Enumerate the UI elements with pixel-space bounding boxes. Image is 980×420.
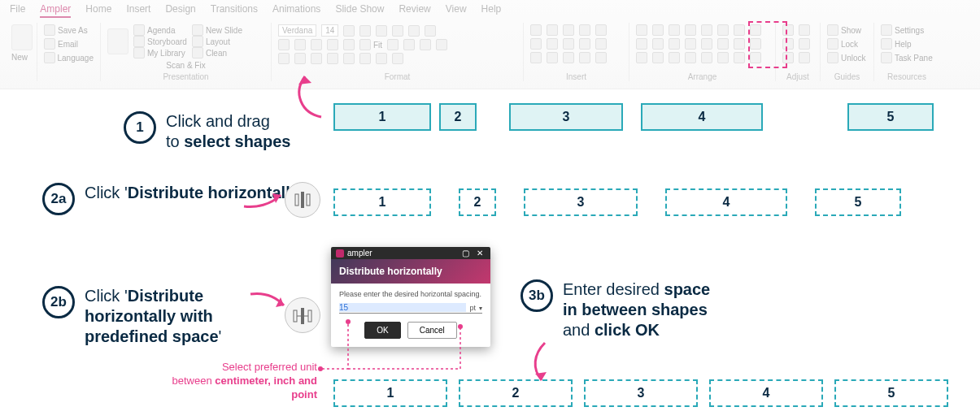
fontsize-select[interactable]: 14 [321, 24, 338, 37]
arr-2-icon[interactable] [652, 38, 664, 50]
tab-slideshow[interactable]: Slide Show [335, 3, 384, 18]
tab-transitions[interactable]: Transitions [211, 3, 258, 18]
insert-9-icon[interactable] [579, 38, 590, 50]
shape-3-1[interactable]: 1 [333, 379, 447, 407]
align-left-icon[interactable] [327, 39, 338, 50]
effects-icon[interactable] [425, 25, 436, 37]
shape-2-3[interactable]: 3 [524, 188, 638, 216]
shape-1-1[interactable]: 1 [333, 103, 431, 131]
fit-button[interactable]: Fit [359, 39, 382, 50]
paint-icon[interactable] [376, 53, 387, 64]
storyboard-button[interactable]: Storyboard [133, 36, 187, 47]
align-r-icon[interactable] [669, 24, 680, 36]
linespacing-icon[interactable] [343, 53, 355, 64]
agenda-button[interactable]: Agenda [133, 24, 187, 36]
indent-dec-icon[interactable] [311, 53, 322, 64]
insert-3-icon[interactable] [563, 24, 574, 36]
email-button[interactable]: Email [44, 38, 94, 50]
tab-insert[interactable]: Insert [126, 3, 150, 18]
shape-1-4[interactable]: 4 [641, 103, 763, 131]
align-m-icon[interactable] [701, 24, 712, 36]
tab-animations[interactable]: Animations [272, 3, 320, 18]
dialog-close-button[interactable]: ✕ [474, 249, 486, 258]
tab-home[interactable]: Home [85, 3, 111, 18]
insert-11-icon[interactable] [530, 52, 542, 63]
insert-2-icon[interactable] [547, 24, 558, 36]
insert-10-icon[interactable] [595, 38, 607, 50]
font-select[interactable]: Verdana [278, 24, 316, 37]
new-slide-icon[interactable] [11, 24, 33, 50]
adj-5-icon[interactable] [782, 52, 794, 63]
insert-12-icon[interactable] [547, 52, 558, 63]
adj-6-icon[interactable] [799, 52, 810, 63]
shape-2-1[interactable]: 1 [333, 188, 431, 216]
adj-2-icon[interactable] [799, 24, 810, 36]
shape-3-4[interactable]: 4 [709, 379, 823, 407]
sub-icon[interactable] [403, 39, 415, 50]
align-c-icon[interactable] [652, 24, 664, 36]
shape-3-2[interactable]: 2 [459, 379, 573, 407]
arr-9-icon[interactable] [669, 52, 680, 63]
align-t-icon[interactable] [685, 24, 696, 36]
tab-ampler[interactable]: Ampler [40, 3, 71, 18]
newslide-button[interactable]: New Slide [192, 24, 242, 36]
indent-inc-icon[interactable] [327, 53, 338, 64]
arr-14-icon[interactable] [750, 52, 761, 63]
dist-h-space-icon[interactable] [734, 38, 745, 50]
tab-review[interactable]: Review [399, 3, 430, 18]
insert-6-icon[interactable] [530, 38, 542, 50]
insert-4-icon[interactable] [579, 24, 590, 36]
dist-v-space-icon[interactable] [750, 38, 761, 50]
shrink-font-icon[interactable] [359, 25, 371, 37]
mylibrary-button[interactable]: My Library [133, 47, 187, 58]
lock-button[interactable]: Lock [827, 38, 867, 50]
arr-3-icon[interactable] [669, 38, 680, 50]
insert-1-icon[interactable] [530, 24, 542, 36]
shape-3-5[interactable]: 5 [834, 379, 948, 407]
adj-4-icon[interactable] [799, 38, 810, 50]
textdir-icon[interactable] [359, 53, 371, 64]
align-b-icon[interactable] [717, 24, 729, 36]
arr-8-icon[interactable] [652, 52, 664, 63]
numbering-icon[interactable] [294, 53, 306, 64]
arr-10-icon[interactable] [685, 52, 696, 63]
language-button[interactable]: Language [44, 52, 94, 63]
italic-icon[interactable] [294, 39, 306, 50]
shape-2-4[interactable]: 4 [665, 188, 787, 216]
insert-8-icon[interactable] [563, 38, 574, 50]
arr-5-icon[interactable] [701, 38, 712, 50]
grow-font-icon[interactable] [343, 25, 355, 37]
arr-11-icon[interactable] [701, 52, 712, 63]
tab-design[interactable]: Design [165, 3, 195, 18]
spacing-input[interactable] [339, 303, 466, 312]
insert-15-icon[interactable] [595, 52, 607, 63]
shape-outline-icon[interactable] [436, 39, 447, 50]
shape-2-2[interactable]: 2 [459, 188, 496, 216]
layout-button[interactable]: Layout [192, 36, 242, 47]
shape-1-3[interactable]: 3 [509, 103, 623, 131]
arr-7-icon[interactable] [636, 52, 647, 63]
unlock-button[interactable]: Unlock [827, 52, 867, 63]
tab-file[interactable]: File [10, 3, 25, 18]
taskpane-button[interactable]: Task Pane [881, 52, 933, 63]
outline-icon[interactable] [408, 25, 420, 37]
sup-icon[interactable] [387, 39, 399, 50]
bullets-icon[interactable] [278, 53, 290, 64]
dialog-min-button[interactable]: ▢ [460, 249, 471, 258]
insert-7-icon[interactable] [547, 38, 558, 50]
scan-fix-icon[interactable] [107, 28, 128, 54]
align-center-icon[interactable] [343, 39, 355, 50]
font-color-icon[interactable] [376, 25, 387, 37]
shape-1-5[interactable]: 5 [847, 103, 934, 131]
cancel-button[interactable]: Cancel [407, 322, 457, 339]
tab-view[interactable]: View [446, 3, 467, 18]
arr-1-icon[interactable] [636, 38, 647, 50]
unit-dropdown-caret[interactable]: ▾ [479, 305, 482, 312]
settings-button[interactable]: Settings [881, 24, 933, 36]
bold-icon[interactable] [278, 39, 290, 50]
shape-1-2[interactable]: 2 [439, 103, 477, 131]
adj-1-icon[interactable] [782, 24, 794, 36]
insert-5-icon[interactable] [595, 24, 607, 36]
insert-14-icon[interactable] [579, 52, 590, 63]
shape-3-3[interactable]: 3 [584, 379, 698, 407]
